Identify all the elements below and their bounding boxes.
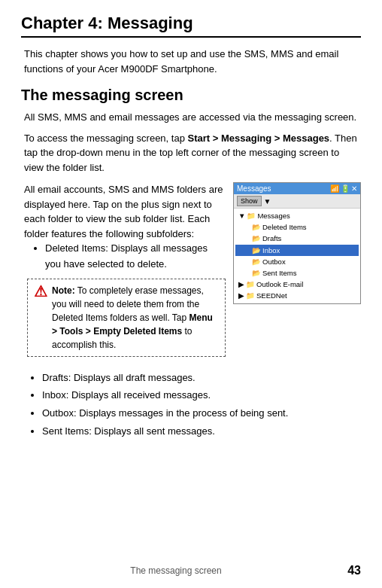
list-item: Deleted Items: Displays all messages you… (45, 241, 226, 273)
chapter-title: Chapter 4: Messaging (21, 14, 361, 38)
phone-screenshot: Messages 📶 🔋 ✕ Show ▼ ▼ 📁 (233, 182, 361, 363)
phone-tree: ▼ 📁 Messages 📂 Deleted Items 📂 Drafts 📂 (234, 209, 360, 303)
note-label: Note: (52, 285, 75, 296)
col-text: All email accounts, SMS and MMS folders … (21, 182, 226, 363)
list-item-label: Deleted Items: Displays all messages you… (45, 242, 208, 270)
bullet-list-after-note: Drafts: Displays all draft messages. Inb… (21, 370, 361, 440)
two-col-section: All email accounts, SMS and MMS folders … (21, 182, 361, 363)
tree-label: Drafts (262, 233, 281, 244)
list-item-label: Outbox: Displays messages in the process… (42, 407, 288, 419)
section-desc2: To access the messaging screen, tap Star… (21, 131, 361, 175)
phone-title: Messages (237, 184, 271, 193)
folder-icon: 📁 (246, 279, 255, 290)
folder-icon: 📂 (252, 245, 261, 256)
list-item-label: Drafts: Displays all draft messages. (42, 372, 196, 383)
phone-title-bar: Messages 📶 🔋 ✕ (234, 183, 360, 194)
footer-page-number: 43 (331, 564, 361, 577)
tree-item-outlook[interactable]: ▶ 📁 Outlook E-mail (235, 279, 359, 290)
folder-icon: 📂 (252, 256, 261, 267)
footer: The messaging screen 43 (0, 564, 382, 577)
battery-icon: 🔋 (341, 184, 350, 193)
section-title: The messaging screen (21, 87, 361, 104)
expand-icon: ▼ (238, 210, 245, 221)
tree-item-outbox[interactable]: 📂 Outbox (235, 256, 359, 267)
tree-item-messages: ▼ 📁 Messages (235, 210, 359, 221)
tree-item-deleted[interactable]: 📂 Deleted Items (235, 221, 359, 233)
tree-item-seednet[interactable]: ▶ 📁 SEEDNet (235, 290, 359, 301)
show-button[interactable]: Show (237, 196, 262, 206)
list-item: Inbox: Displays all received messages. (42, 388, 361, 404)
close-icon: ✕ (351, 184, 357, 193)
tree-item-inbox[interactable]: 📂 Inbox (235, 245, 359, 256)
list-item-label: Inbox: Displays all received messages. (42, 389, 211, 401)
tree-item-sent[interactable]: 📂 Sent Items (235, 267, 359, 279)
list-item: Drafts: Displays all draft messages. (42, 370, 361, 386)
expand-icon: ▶ (238, 290, 244, 301)
tree-label: SEEDNet (256, 290, 287, 301)
page: Chapter 4: Messaging This chapter shows … (0, 0, 382, 588)
footer-label: The messaging screen (130, 565, 221, 576)
phone-screen: Messages 📶 🔋 ✕ Show ▼ ▼ 📁 (233, 182, 361, 304)
note-icon: ⚠ (34, 284, 47, 352)
intro-text: This chapter shows you how to set up and… (21, 47, 361, 76)
footer-section-label: The messaging screen (21, 565, 331, 576)
tree-label: Deleted Items (262, 221, 307, 233)
desc2-bold: Start > Messaging > Messages (188, 133, 330, 144)
folder-icon: 📂 (252, 221, 261, 233)
phone-toolbar: Show ▼ (234, 194, 360, 209)
folder-icon: 📁 (246, 290, 255, 301)
tree-label: Sent Items (262, 267, 296, 279)
tree-label: Messages (257, 210, 290, 221)
bullet-list-before-note: Deleted Items: Displays all messages you… (24, 241, 226, 273)
expand-icon: ▶ (238, 279, 244, 290)
tree-item-drafts[interactable]: 📂 Drafts (235, 233, 359, 244)
folder-icon: 📂 (252, 267, 261, 279)
desc2-part1: To access the messaging screen, tap (24, 133, 188, 144)
note-text: Note: To completely erase messages, you … (52, 284, 219, 352)
signal-icon: 📶 (330, 184, 339, 193)
toolbar-arrow: ▼ (264, 197, 271, 206)
tree-label: Inbox (262, 245, 280, 256)
folder-icon: 📁 (247, 210, 256, 221)
signal-icons: 📶 🔋 ✕ (330, 184, 357, 193)
note-menu-bold: Menu > Tools > Empty Deleted Items (52, 312, 213, 337)
tree-label: Outlook E-mail (256, 279, 303, 290)
note-box: ⚠ Note: To completely erase messages, yo… (27, 279, 226, 357)
folder-icon: 📂 (252, 233, 261, 244)
note-content: To completely erase messages, you will n… (52, 285, 213, 350)
col-text-para: All email accounts, SMS and MMS folders … (24, 182, 226, 241)
list-item: Outbox: Displays messages in the process… (42, 406, 361, 422)
section-desc1: All SMS, MMS and email messages are acce… (21, 110, 361, 125)
tree-label: Outbox (262, 256, 286, 267)
list-item-label: Sent Items: Displays all sent messages. (42, 425, 215, 437)
list-item: Sent Items: Displays all sent messages. (42, 424, 361, 440)
